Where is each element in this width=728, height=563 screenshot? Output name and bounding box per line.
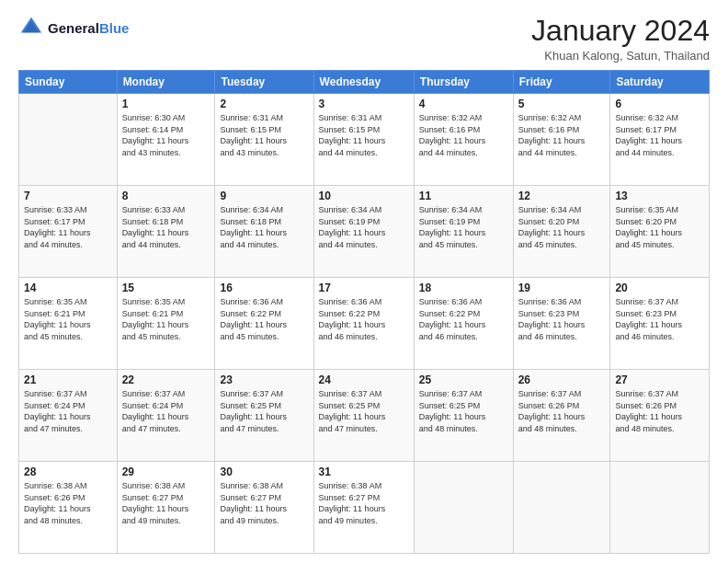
cell-info: Sunrise: 6:33 AM Sunset: 6:17 PM Dayligh… bbox=[24, 204, 112, 250]
cell-info: Sunrise: 6:32 AM Sunset: 6:16 PM Dayligh… bbox=[518, 112, 606, 158]
calendar-cell: 23Sunrise: 6:37 AM Sunset: 6:25 PM Dayli… bbox=[215, 370, 313, 462]
calendar-cell: 1Sunrise: 6:30 AM Sunset: 6:14 PM Daylig… bbox=[117, 94, 215, 186]
calendar-cell: 30Sunrise: 6:38 AM Sunset: 6:27 PM Dayli… bbox=[215, 462, 313, 554]
calendar-cell bbox=[414, 462, 513, 554]
header: GeneralBlue January 2024 Khuan Kalong, S… bbox=[18, 15, 710, 63]
weekday-header: Monday bbox=[117, 71, 215, 94]
logo-text: GeneralBlue bbox=[48, 20, 129, 36]
calendar-cell: 31Sunrise: 6:38 AM Sunset: 6:27 PM Dayli… bbox=[313, 462, 414, 554]
calendar-cell: 2Sunrise: 6:31 AM Sunset: 6:15 PM Daylig… bbox=[215, 94, 313, 186]
cell-info: Sunrise: 6:38 AM Sunset: 6:27 PM Dayligh… bbox=[122, 480, 210, 526]
cell-info: Sunrise: 6:37 AM Sunset: 6:23 PM Dayligh… bbox=[615, 296, 704, 342]
calendar-cell: 17Sunrise: 6:36 AM Sunset: 6:22 PM Dayli… bbox=[313, 278, 414, 370]
day-number: 25 bbox=[419, 373, 508, 386]
cell-info: Sunrise: 6:36 AM Sunset: 6:23 PM Dayligh… bbox=[518, 296, 606, 342]
day-number: 22 bbox=[122, 373, 210, 386]
day-number: 5 bbox=[518, 98, 606, 110]
page: GeneralBlue January 2024 Khuan Kalong, S… bbox=[0, 0, 728, 563]
calendar-header-row: SundayMondayTuesdayWednesdayThursdayFrid… bbox=[19, 71, 710, 94]
cell-info: Sunrise: 6:38 AM Sunset: 6:27 PM Dayligh… bbox=[319, 480, 409, 526]
calendar-week-row: 7Sunrise: 6:33 AM Sunset: 6:17 PM Daylig… bbox=[19, 186, 710, 278]
day-number: 6 bbox=[615, 98, 704, 110]
weekday-header: Friday bbox=[513, 71, 610, 94]
cell-info: Sunrise: 6:38 AM Sunset: 6:26 PM Dayligh… bbox=[24, 480, 112, 526]
cell-info: Sunrise: 6:37 AM Sunset: 6:24 PM Dayligh… bbox=[24, 388, 112, 434]
day-number: 12 bbox=[518, 190, 606, 202]
cell-info: Sunrise: 6:34 AM Sunset: 6:18 PM Dayligh… bbox=[220, 204, 308, 250]
day-number: 2 bbox=[220, 98, 308, 110]
calendar-cell: 14Sunrise: 6:35 AM Sunset: 6:21 PM Dayli… bbox=[19, 278, 118, 370]
calendar-cell: 29Sunrise: 6:38 AM Sunset: 6:27 PM Dayli… bbox=[117, 462, 215, 554]
cell-info: Sunrise: 6:36 AM Sunset: 6:22 PM Dayligh… bbox=[419, 296, 508, 342]
day-number: 31 bbox=[319, 465, 409, 478]
calendar-week-row: 14Sunrise: 6:35 AM Sunset: 6:21 PM Dayli… bbox=[19, 278, 710, 370]
calendar-cell: 12Sunrise: 6:34 AM Sunset: 6:20 PM Dayli… bbox=[513, 186, 610, 278]
cell-info: Sunrise: 6:33 AM Sunset: 6:18 PM Dayligh… bbox=[122, 204, 210, 250]
calendar-cell: 7Sunrise: 6:33 AM Sunset: 6:17 PM Daylig… bbox=[19, 186, 118, 278]
day-number: 11 bbox=[419, 190, 508, 202]
calendar-cell: 20Sunrise: 6:37 AM Sunset: 6:23 PM Dayli… bbox=[610, 278, 710, 370]
day-number: 3 bbox=[319, 98, 409, 110]
calendar-cell: 8Sunrise: 6:33 AM Sunset: 6:18 PM Daylig… bbox=[117, 186, 215, 278]
day-number: 15 bbox=[122, 282, 210, 294]
weekday-header: Sunday bbox=[19, 71, 118, 94]
calendar-cell: 25Sunrise: 6:37 AM Sunset: 6:25 PM Dayli… bbox=[414, 370, 513, 462]
calendar-cell: 24Sunrise: 6:37 AM Sunset: 6:25 PM Dayli… bbox=[313, 370, 414, 462]
weekday-header: Saturday bbox=[610, 71, 710, 94]
day-number: 4 bbox=[419, 98, 508, 110]
weekday-header: Wednesday bbox=[313, 71, 414, 94]
cell-info: Sunrise: 6:30 AM Sunset: 6:14 PM Dayligh… bbox=[122, 112, 210, 158]
calendar-week-row: 1Sunrise: 6:30 AM Sunset: 6:14 PM Daylig… bbox=[19, 94, 710, 186]
cell-info: Sunrise: 6:37 AM Sunset: 6:26 PM Dayligh… bbox=[615, 388, 704, 434]
weekday-header: Tuesday bbox=[215, 71, 313, 94]
day-number: 1 bbox=[122, 98, 210, 110]
cell-info: Sunrise: 6:32 AM Sunset: 6:16 PM Dayligh… bbox=[419, 112, 508, 158]
calendar-cell: 18Sunrise: 6:36 AM Sunset: 6:22 PM Dayli… bbox=[414, 278, 513, 370]
weekday-header: Thursday bbox=[414, 71, 513, 94]
calendar-cell: 21Sunrise: 6:37 AM Sunset: 6:24 PM Dayli… bbox=[19, 370, 118, 462]
cell-info: Sunrise: 6:37 AM Sunset: 6:25 PM Dayligh… bbox=[220, 388, 308, 434]
cell-info: Sunrise: 6:37 AM Sunset: 6:24 PM Dayligh… bbox=[122, 388, 210, 434]
day-number: 7 bbox=[24, 190, 112, 202]
calendar-week-row: 21Sunrise: 6:37 AM Sunset: 6:24 PM Dayli… bbox=[19, 370, 710, 462]
calendar-cell: 3Sunrise: 6:31 AM Sunset: 6:15 PM Daylig… bbox=[313, 94, 414, 186]
day-number: 30 bbox=[220, 465, 308, 478]
calendar-cell: 28Sunrise: 6:38 AM Sunset: 6:26 PM Dayli… bbox=[19, 462, 118, 554]
day-number: 19 bbox=[518, 282, 606, 294]
day-number: 24 bbox=[319, 373, 409, 386]
calendar-cell: 5Sunrise: 6:32 AM Sunset: 6:16 PM Daylig… bbox=[513, 94, 610, 186]
day-number: 26 bbox=[518, 373, 606, 386]
cell-info: Sunrise: 6:36 AM Sunset: 6:22 PM Dayligh… bbox=[220, 296, 308, 342]
cell-info: Sunrise: 6:32 AM Sunset: 6:17 PM Dayligh… bbox=[615, 112, 704, 158]
day-number: 20 bbox=[615, 282, 704, 294]
day-number: 23 bbox=[220, 373, 308, 386]
cell-info: Sunrise: 6:34 AM Sunset: 6:19 PM Dayligh… bbox=[419, 204, 508, 250]
day-number: 8 bbox=[122, 190, 210, 202]
calendar-cell: 22Sunrise: 6:37 AM Sunset: 6:24 PM Dayli… bbox=[117, 370, 215, 462]
cell-info: Sunrise: 6:34 AM Sunset: 6:19 PM Dayligh… bbox=[319, 204, 409, 250]
calendar-cell: 4Sunrise: 6:32 AM Sunset: 6:16 PM Daylig… bbox=[414, 94, 513, 186]
cell-info: Sunrise: 6:37 AM Sunset: 6:26 PM Dayligh… bbox=[518, 388, 606, 434]
logo: GeneralBlue bbox=[18, 15, 129, 40]
cell-info: Sunrise: 6:38 AM Sunset: 6:27 PM Dayligh… bbox=[220, 480, 308, 526]
calendar-cell: 13Sunrise: 6:35 AM Sunset: 6:20 PM Dayli… bbox=[610, 186, 710, 278]
day-number: 13 bbox=[615, 190, 704, 202]
day-number: 28 bbox=[24, 465, 112, 478]
title-block: January 2024 Khuan Kalong, Satun, Thaila… bbox=[531, 15, 710, 63]
calendar-cell: 15Sunrise: 6:35 AM Sunset: 6:21 PM Dayli… bbox=[117, 278, 215, 370]
cell-info: Sunrise: 6:35 AM Sunset: 6:21 PM Dayligh… bbox=[24, 296, 112, 342]
day-number: 14 bbox=[24, 282, 112, 294]
day-number: 18 bbox=[419, 282, 508, 294]
calendar-cell: 9Sunrise: 6:34 AM Sunset: 6:18 PM Daylig… bbox=[215, 186, 313, 278]
cell-info: Sunrise: 6:31 AM Sunset: 6:15 PM Dayligh… bbox=[319, 112, 409, 158]
day-number: 29 bbox=[122, 465, 210, 478]
calendar-cell bbox=[513, 462, 610, 554]
calendar-cell bbox=[19, 94, 118, 186]
cell-info: Sunrise: 6:37 AM Sunset: 6:25 PM Dayligh… bbox=[319, 388, 409, 434]
cell-info: Sunrise: 6:35 AM Sunset: 6:21 PM Dayligh… bbox=[122, 296, 210, 342]
calendar-cell: 6Sunrise: 6:32 AM Sunset: 6:17 PM Daylig… bbox=[610, 94, 710, 186]
location: Khuan Kalong, Satun, Thailand bbox=[531, 49, 710, 63]
logo-icon bbox=[18, 15, 44, 40]
cell-info: Sunrise: 6:34 AM Sunset: 6:20 PM Dayligh… bbox=[518, 204, 606, 250]
month-title: January 2024 bbox=[531, 15, 710, 47]
